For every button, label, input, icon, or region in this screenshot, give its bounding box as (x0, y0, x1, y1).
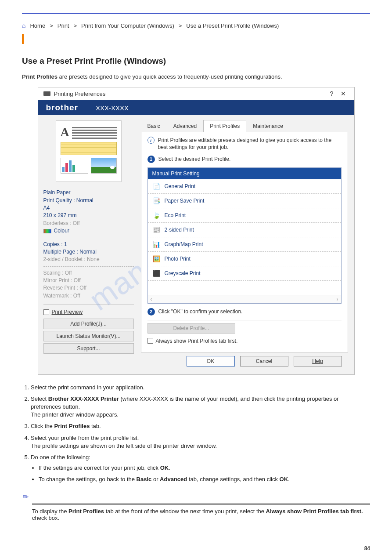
summary-copies: Copies : 1 (43, 241, 134, 248)
eco-icon: 🍃 (152, 211, 161, 220)
home-label: Home (30, 22, 45, 29)
home-icon: ⌂ (22, 22, 25, 29)
graph-icon: 📊 (152, 240, 161, 249)
orange-bar-icon (22, 34, 24, 44)
tab-maintenance[interactable]: Maintenance (246, 120, 290, 132)
summary-scaling: Scaling : Off (43, 269, 134, 277)
summary-reverse: Reverse Print : Off (43, 284, 134, 292)
text-lines-icon (72, 125, 117, 139)
pencil-icon: ✎ (19, 490, 30, 502)
brand-logo: brother (46, 103, 79, 112)
step-4: Select your profile from the print profi… (31, 434, 370, 450)
divider (43, 304, 134, 305)
photo-icon (91, 158, 117, 174)
step-5b: To change the settings, go back to the B… (39, 475, 370, 483)
ok-button[interactable]: OK (187, 356, 235, 366)
crumb-leaf: Use a Preset Print Profile (Windows) (186, 22, 279, 29)
print-preview-label: Print Preview (52, 309, 83, 315)
step-two-text: Click "OK" to confirm your selection. (158, 308, 243, 316)
summary-borderless: Borderless : Off (43, 220, 134, 227)
launch-monitor-button[interactable]: Launch Status Monitor(V)... (43, 331, 134, 341)
model-name: XXX-XXXX (96, 104, 129, 112)
preferences-dialog: manualshive.com Printing Preferences ? ✕… (38, 87, 355, 374)
home-link[interactable]: ⌂ Home > Print > Print from Your Compute… (22, 22, 370, 29)
close-icon[interactable]: ✕ (338, 90, 349, 97)
profile-photo[interactable]: 🖼️Photo Print (148, 252, 341, 266)
page-title: Use a Preset Print Profile (Windows) (22, 56, 370, 66)
crumb-sep: > (179, 22, 182, 29)
chart-icon (61, 158, 88, 174)
dialog-titlebar: Printing Preferences ? ✕ (38, 87, 354, 100)
letter-a-icon: A (61, 125, 69, 139)
summary-paper: Plain Paper (43, 189, 134, 196)
instruction-list: Select the print command in your applica… (31, 384, 370, 484)
note-text: To display the Print Profiles tab at the… (32, 508, 370, 521)
delete-profile-button[interactable]: Delete Profile... (147, 323, 235, 334)
step-1: Select the print command in your applica… (31, 384, 370, 392)
add-profile-button[interactable]: Add Profile(J)... (43, 319, 134, 329)
tab-bar: Basic Advanced Print Profiles Maintenanc… (141, 120, 348, 132)
summary-booklet: 2-sided / Booklet : None (43, 256, 134, 263)
crumb-sep: > (50, 22, 53, 29)
profile-graph-map[interactable]: 📊Graph/Map Print (148, 237, 341, 252)
dialog-title: Printing Preferences (54, 91, 326, 97)
profiles-panel: i Print Profiles are editable presets de… (141, 132, 348, 352)
note-rule-top (32, 504, 370, 504)
profile-eco[interactable]: 🍃Eco Print (148, 208, 341, 223)
info-text: Print Profiles are editable presets desi… (158, 137, 342, 151)
crumb-sep: > (73, 22, 77, 29)
profile-greyscale[interactable]: ⬛Greyscale Print (148, 266, 341, 281)
info-icon: i (147, 137, 155, 144)
left-panel: A Plain Paper Print Quality : Normal A4 … (38, 115, 139, 374)
section-marker (22, 33, 370, 47)
dialog-buttons: OK Cancel Help (141, 352, 348, 370)
tab-basic[interactable]: Basic (141, 120, 167, 132)
intro-text: Print Profiles are presets designed to g… (22, 73, 370, 81)
summary-mirror: Mirror Print : Off (43, 277, 134, 284)
crumb-sub: Print from Your Computer (Windows) (81, 22, 174, 29)
crumb-cat: Print (58, 22, 69, 29)
support-button[interactable]: Support... (43, 343, 134, 354)
profile-general[interactable]: 📄General Print (148, 179, 341, 194)
print-preview-checkbox[interactable]: Print Preview (43, 307, 134, 317)
summary-multi: Multiple Page : Normal (43, 248, 134, 256)
step-one-icon: 1 (147, 156, 155, 163)
cancel-button[interactable]: Cancel (240, 356, 288, 366)
summary-watermark: Watermark : Off (43, 292, 134, 300)
printer-icon (43, 91, 50, 96)
step-2: Select Brother XXX-XXXX Printer (where X… (31, 395, 370, 419)
summary-dims: 210 x 297 mm (43, 212, 134, 219)
top-rule (22, 13, 370, 14)
help-button[interactable]: Help (294, 356, 342, 366)
table-icon (61, 142, 117, 155)
step-two-icon: 2 (147, 308, 155, 316)
divider (147, 320, 342, 320)
photo-icon: 🖼️ (152, 254, 161, 263)
checkbox-icon (43, 309, 49, 315)
settings-summary: Plain Paper Print Quality : Normal A4 21… (43, 189, 134, 300)
summary-size: A4 (43, 204, 134, 212)
tab-advanced[interactable]: Advanced (167, 120, 203, 132)
colour-swatch-icon (43, 229, 51, 233)
profile-paper-save[interactable]: 📑Paper Save Print (148, 194, 341, 208)
note-rule-bottom (32, 524, 370, 524)
step-5a: If the settings are correct for your pri… (39, 464, 370, 472)
step-5: Do one of the following: If the settings… (31, 453, 370, 484)
always-show-label: Always show Print Profiles tab first. (156, 338, 238, 344)
profiles-listbox[interactable]: Manual Print Setting 📄General Print 📑Pap… (147, 167, 342, 304)
tab-print-profiles[interactable]: Print Profiles (203, 120, 246, 132)
scroll-hint: ‹› (148, 295, 341, 303)
greyscale-icon: ⬛ (152, 269, 161, 278)
twosided-icon: 📰 (152, 225, 161, 234)
step-3: Click the Print Profiles tab. (31, 422, 370, 430)
checkbox-icon (147, 338, 153, 344)
step-one-text: Select the desired Print Profile. (158, 156, 231, 163)
profile-manual[interactable]: Manual Print Setting (148, 168, 341, 179)
help-icon[interactable]: ? (326, 90, 338, 97)
always-show-checkbox[interactable]: Always show Print Profiles tab first. (147, 336, 342, 346)
page-icon: 📄 (152, 182, 161, 191)
summary-colour: Colour (54, 227, 69, 235)
profile-2sided[interactable]: 📰2-sided Print (148, 223, 341, 237)
paper-save-icon: 📑 (152, 196, 161, 205)
note-block: ✎ To display the Print Profiles tab at t… (22, 490, 370, 532)
